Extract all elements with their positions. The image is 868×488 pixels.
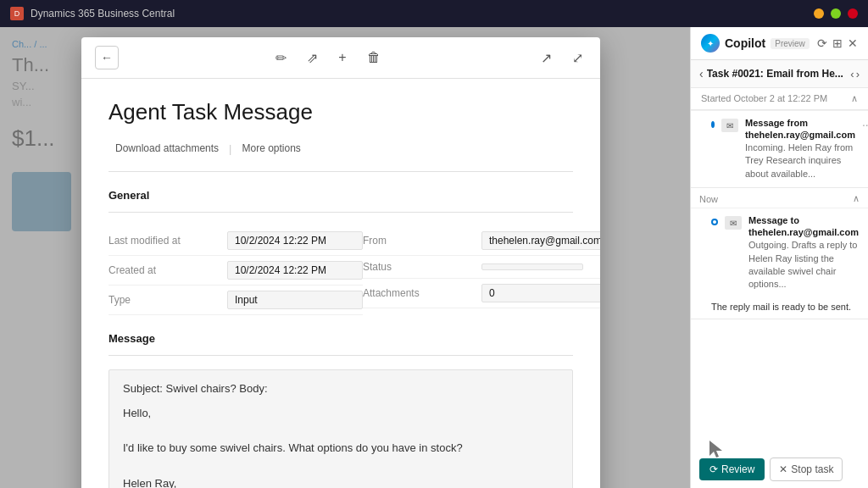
copilot-now-section: Now ∧ ✉ Message to thehelen.ray@gmail.co… <box>691 188 868 319</box>
copilot-msg-item-1: ✉ Message from thehelen.ray@gmail.com In… <box>691 110 868 187</box>
field-label-created: Created at <box>108 264 227 276</box>
stop-icon: ✕ <box>779 463 787 475</box>
close-window-btn[interactable] <box>848 8 858 19</box>
copilot-refresh-icon[interactable]: ⟳ <box>817 36 827 50</box>
copilot-msg-options-1[interactable]: ··· <box>862 118 868 131</box>
field-val-created: 10/2/2024 12:22 PM <box>227 261 363 280</box>
field-val-last-modified: 10/2/2024 12:22 PM <box>227 231 363 250</box>
add-icon[interactable]: + <box>335 47 349 69</box>
section-divider <box>108 212 573 213</box>
field-created: Created at 10/2/2024 12:22 PM <box>108 256 363 286</box>
copilot-header: ✦ Copilot Preview ⟳ ⊞ ✕ <box>691 27 868 60</box>
edit-icon[interactable]: ✏ <box>272 47 290 69</box>
field-label-from: From <box>363 235 481 247</box>
field-label-last-modified: Last modified at <box>108 235 227 247</box>
copilot-msg-content-2: Message to thehelen.ray@gmail.com Outgoi… <box>748 215 860 291</box>
app-title: Dynamics 365 Business Central <box>31 8 175 19</box>
message-subject: Subject: Swivel chairs? Body: <box>123 380 559 398</box>
copilot-msg-item-2: ✉ Message to thehelen.ray@gmail.com Outg… <box>691 208 868 298</box>
copilot-now-label: Now ∧ <box>691 188 868 208</box>
copilot-prev-icon[interactable]: ‹ <box>850 68 854 80</box>
copilot-msg-to-label: Message to <box>748 215 860 225</box>
general-section-title: General <box>108 189 573 202</box>
field-val-from: thehelen.ray@gmail.com <box>481 231 600 250</box>
copilot-grid-icon[interactable]: ⊞ <box>832 36 843 50</box>
copilot-logo: ✦ <box>701 34 720 53</box>
copilot-title: Copilot <box>725 36 765 50</box>
field-status: Status <box>363 256 600 279</box>
field-label-type: Type <box>108 294 227 306</box>
window-controls <box>814 8 858 19</box>
copilot-back-icon[interactable]: ‹ <box>699 67 704 80</box>
review-icon: ⟳ <box>709 463 718 475</box>
message-greeting: Hello, <box>123 405 559 423</box>
field-attachments: Attachments 0 <box>363 279 600 308</box>
copilot-msg-from-label: Message from <box>745 118 855 128</box>
field-type: Type Input <box>108 286 363 315</box>
copilot-msg-desc-2: Outgoing. Drafts a reply to Helen Ray li… <box>748 239 860 291</box>
field-label-status: Status <box>363 261 481 273</box>
copilot-preview-badge: Preview <box>771 38 810 49</box>
app-icon: D <box>10 7 24 20</box>
copilot-msg-content-1: Message from thehelen.ray@gmail.com Inco… <box>745 118 855 180</box>
copilot-action-buttons: ⟳ Review ✕ Stop task <box>691 451 868 488</box>
download-attachments-btn[interactable]: Download attachments <box>108 139 225 158</box>
copilot-stop-button[interactable]: ✕ Stop task <box>770 458 843 481</box>
copilot-dot-1 <box>711 121 715 128</box>
copilot-to-email: thehelen.ray@gmail.com <box>748 227 860 237</box>
message-signature-name: Helen Ray, <box>123 475 559 488</box>
fields-grid: Last modified at 10/2/2024 12:22 PM Crea… <box>108 226 573 315</box>
message-body-text: I'd like to buy some swivel chairs. What… <box>123 440 559 458</box>
copilot-next-icon[interactable]: › <box>856 68 860 80</box>
review-label: Review <box>721 463 754 475</box>
copilot-reply-ready: The reply mail is ready to be sent. <box>691 298 868 319</box>
cursor-indicator <box>706 439 725 465</box>
copilot-now-chevron[interactable]: ∧ <box>853 193 860 204</box>
modal-actions: Download attachments | More options <box>108 139 573 172</box>
copilot-started-text: Started October 2 at 12:22 PM <box>701 93 827 103</box>
modal-body: Agent Task Message Download attachments … <box>81 79 600 488</box>
back-button[interactable]: ← <box>95 46 119 69</box>
agent-task-modal: ← ✏ ⇗ + 🗑 ↗ ⤢ Agent Task Message Downloa… <box>81 37 600 488</box>
maximize-btn[interactable] <box>831 8 841 19</box>
copilot-started: Started October 2 at 12:22 PM ∧ <box>691 88 868 110</box>
field-label-attachments: Attachments <box>363 287 481 299</box>
modal-toolbar: ← ✏ ⇗ + 🗑 ↗ ⤢ <box>81 37 600 79</box>
copilot-envelope-icon-2: ✉ <box>725 216 742 230</box>
field-val-attachments: 0 <box>481 284 600 302</box>
message-divider <box>108 355 573 356</box>
minimize-btn[interactable] <box>814 8 824 19</box>
share-icon[interactable]: ⇗ <box>303 47 321 69</box>
copilot-task-header: ‹ Task #0021: Email from He... ‹ › <box>691 60 868 88</box>
copilot-panel: ✦ Copilot Preview ⟳ ⊞ ✕ ‹ Task #0021: Em… <box>690 27 868 488</box>
right-fields: From thehelen.ray@gmail.com Status Attac… <box>363 226 600 315</box>
stop-label: Stop task <box>791 463 833 475</box>
modal-title: Agent Task Message <box>108 99 573 125</box>
copilot-started-chevron[interactable]: ∧ <box>851 93 858 104</box>
field-val-status <box>481 263 583 270</box>
message-section-title: Message <box>108 332 573 345</box>
delete-icon[interactable]: 🗑 <box>364 47 384 69</box>
copilot-msg-desc-1: Incoming. Helen Ray from Trey Research i… <box>745 141 855 180</box>
external-link-icon[interactable]: ↗ <box>537 47 555 69</box>
copilot-msg-group-1: ✉ Message from thehelen.ray@gmail.com In… <box>691 110 868 188</box>
copilot-header-controls: ⟳ ⊞ ✕ <box>817 36 858 50</box>
top-bar: D Dynamics 365 Business Central <box>0 0 868 27</box>
left-fields: Last modified at 10/2/2024 12:22 PM Crea… <box>108 226 363 315</box>
more-options-btn[interactable]: More options <box>235 139 307 158</box>
copilot-from-email: thehelen.ray@gmail.com <box>745 130 855 140</box>
field-last-modified: Last modified at 10/2/2024 12:22 PM <box>108 226 363 256</box>
copilot-messages: ✉ Message from thehelen.ray@gmail.com In… <box>691 110 868 451</box>
field-val-type: Input <box>227 291 363 309</box>
field-from: From thehelen.ray@gmail.com <box>363 226 600 256</box>
copilot-envelope-icon-1: ✉ <box>721 119 738 132</box>
copilot-close-icon[interactable]: ✕ <box>848 36 858 50</box>
copilot-dot-2 <box>711 219 718 225</box>
copilot-task-title: Task #0021: Email from He... <box>707 68 848 80</box>
expand-icon[interactable]: ⤢ <box>569 47 587 69</box>
copilot-task-nav: ‹ › <box>850 68 860 80</box>
message-box: Subject: Swivel chairs? Body: Hello, I'd… <box>108 369 573 488</box>
